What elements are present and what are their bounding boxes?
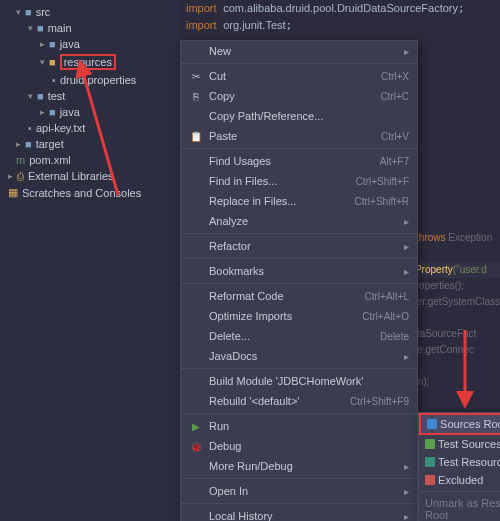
menu-new[interactable]: New▸ [181, 41, 417, 61]
context-menu[interactable]: New▸ ✂CutCtrl+X ⎘CopyCtrl+C Copy Path/Re… [180, 40, 418, 521]
chevron-right-icon: ▸ [8, 171, 13, 181]
test-sources-icon [425, 439, 435, 449]
menu-rebuild[interactable]: Rebuild '<default>'Ctrl+Shift+F9 [181, 391, 417, 411]
menu-separator [181, 258, 417, 259]
chevron-right-icon: ▸ [40, 39, 45, 49]
chevron-down-icon: ▾ [16, 7, 21, 17]
folder-icon: ■ [25, 6, 32, 18]
submenu-test-sources[interactable]: Test Sources Root [419, 435, 500, 453]
menu-local-history[interactable]: Local History▸ [181, 506, 417, 521]
sources-root-icon [427, 419, 437, 429]
bug-icon: 🐞 [189, 439, 203, 453]
file-icon: ▪ [28, 122, 32, 134]
resources-folder-icon: ■ [49, 56, 56, 68]
folder-icon: ■ [25, 138, 32, 150]
menu-find-files[interactable]: Find in Files...Ctrl+Shift+F [181, 171, 417, 191]
tree-item-java[interactable]: ▸■java [0, 36, 180, 52]
menu-paste[interactable]: 📋PasteCtrl+V [181, 126, 417, 146]
code-line: import com.alibaba.druid.pool.DruidDataS… [180, 0, 500, 17]
menu-delete[interactable]: Delete...Delete [181, 326, 417, 346]
chevron-right-icon: ▸ [16, 139, 21, 149]
menu-optimize[interactable]: Optimize ImportsCtrl+Alt+O [181, 306, 417, 326]
tree-label: druid.properties [60, 74, 136, 86]
tree-item-resources[interactable]: ▾■resources [0, 52, 180, 72]
code-line: import org.junit.Test; [180, 17, 500, 34]
tree-label: main [48, 22, 72, 34]
menu-javadocs[interactable]: JavaDocs▸ [181, 346, 417, 366]
tree-label: src [36, 6, 51, 18]
menu-reformat[interactable]: Reformat CodeCtrl+Alt+L [181, 286, 417, 306]
menu-replace-files[interactable]: Replace in Files...Ctrl+Shift+R [181, 191, 417, 211]
menu-find-usages[interactable]: Find UsagesAlt+F7 [181, 151, 417, 171]
chevron-right-icon: ▸ [404, 461, 409, 472]
submenu-label: Sources Root [440, 418, 500, 430]
menu-analyze[interactable]: Analyze▸ [181, 211, 417, 231]
library-icon: ⎙ [17, 170, 24, 182]
test-resources-icon [425, 457, 435, 467]
tree-item-pom[interactable]: mpom.xml [0, 152, 180, 168]
chevron-down-icon: ▾ [28, 23, 33, 33]
menu-separator [181, 503, 417, 504]
chevron-right-icon: ▸ [404, 216, 409, 227]
menu-copy[interactable]: ⎘CopyCtrl+C [181, 86, 417, 106]
tree-label: Scratches and Consoles [22, 187, 141, 199]
menu-cut[interactable]: ✂CutCtrl+X [181, 66, 417, 86]
tree-item-druid-properties[interactable]: ▪druid.properties [0, 72, 180, 88]
chevron-right-icon: ▸ [404, 351, 409, 362]
menu-separator [419, 491, 500, 492]
submenu-label: Test Resources Root [438, 456, 500, 468]
scissors-icon: ✂ [189, 69, 203, 83]
tree-item-external-libs[interactable]: ▸⎙External Libraries [0, 168, 180, 184]
tree-item-apikey[interactable]: ▪api-key.txt [0, 120, 180, 136]
tree-item-src[interactable]: ▾■src [0, 4, 180, 20]
scratch-icon: ▦ [8, 186, 18, 199]
chevron-right-icon: ▸ [404, 266, 409, 277]
menu-more-run[interactable]: More Run/Debug▸ [181, 456, 417, 476]
menu-separator [181, 283, 417, 284]
menu-separator [181, 368, 417, 369]
chevron-right-icon: ▸ [404, 486, 409, 497]
tree-label: java [60, 38, 80, 50]
menu-debug[interactable]: 🐞Debug [181, 436, 417, 456]
submenu-sources-root[interactable]: Sources Root [419, 413, 500, 435]
tree-label: java [60, 106, 80, 118]
menu-separator [181, 148, 417, 149]
menu-separator [181, 63, 417, 64]
paste-icon: 📋 [189, 129, 203, 143]
chevron-right-icon: ▸ [404, 46, 409, 57]
copy-icon: ⎘ [189, 89, 203, 103]
menu-copy-path[interactable]: Copy Path/Reference... [181, 106, 417, 126]
chevron-right-icon: ▸ [404, 511, 409, 522]
tree-item-target[interactable]: ▸■target [0, 136, 180, 152]
mark-directory-submenu[interactable]: Sources Root Test Sources Root Test Reso… [418, 412, 500, 521]
folder-icon: ■ [37, 90, 44, 102]
excluded-icon [425, 475, 435, 485]
submenu-test-resources[interactable]: Test Resources Root [419, 453, 500, 471]
menu-open-in[interactable]: Open In▸ [181, 481, 417, 501]
folder-icon: ■ [49, 38, 56, 50]
menu-bookmarks[interactable]: Bookmarks▸ [181, 261, 417, 281]
maven-icon: m [16, 154, 25, 166]
menu-refactor[interactable]: Refactor▸ [181, 236, 417, 256]
tree-item-main[interactable]: ▾■main [0, 20, 180, 36]
tree-label: External Libraries [28, 170, 114, 182]
menu-run[interactable]: ▶Run [181, 416, 417, 436]
submenu-label: Unmark as Resources Root [425, 497, 500, 521]
menu-build-module[interactable]: Build Module 'JDBCHomeWork' [181, 371, 417, 391]
tree-label: test [48, 90, 66, 102]
submenu-excluded[interactable]: Excluded [419, 471, 500, 489]
menu-separator [181, 233, 417, 234]
tree-item-test[interactable]: ▾■test [0, 88, 180, 104]
chevron-right-icon: ▸ [404, 241, 409, 252]
folder-icon: ■ [49, 106, 56, 118]
chevron-right-icon: ▸ [40, 107, 45, 117]
tree-label: target [36, 138, 64, 150]
tree-label: pom.xml [29, 154, 71, 166]
play-icon: ▶ [189, 419, 203, 433]
tree-item-java-test[interactable]: ▸■java [0, 104, 180, 120]
submenu-unmark[interactable]: Unmark as Resources Root [419, 494, 500, 521]
project-tree[interactable]: ▾■src ▾■main ▸■java ▾■resources ▪druid.p… [0, 0, 180, 521]
chevron-down-icon: ▾ [40, 57, 45, 67]
submenu-label: Excluded [438, 474, 483, 486]
tree-item-scratches[interactable]: ▦Scratches and Consoles [0, 184, 180, 201]
